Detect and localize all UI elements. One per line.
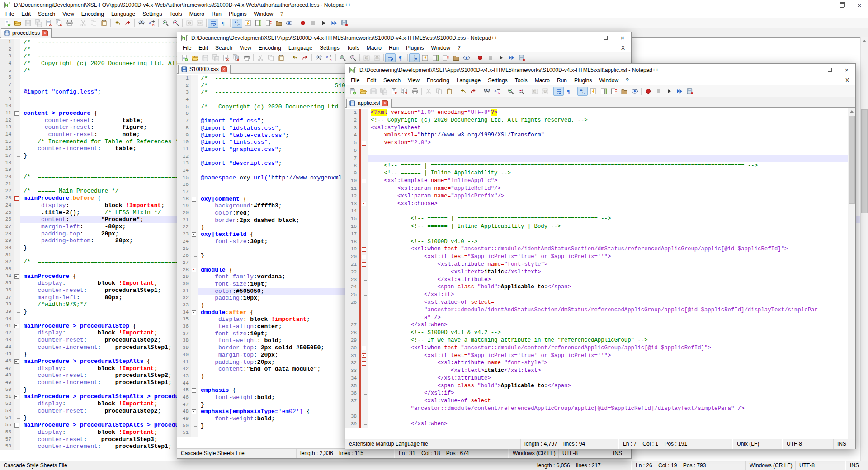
new-file-icon[interactable] — [2, 19, 12, 28]
titlebar[interactable]: D:\Docuneering\Development\XSLT\Apps\S10… — [177, 32, 631, 43]
find-icon[interactable] — [136, 19, 146, 28]
word-wrap-icon[interactable] — [553, 87, 564, 96]
menu-item-macro[interactable]: Macro — [531, 76, 553, 85]
code-editor-applic-xsl[interactable]: 1<?xml version="1.0" encoding="UTF-8"?>2… — [345, 108, 855, 439]
tab-close-icon[interactable]: × — [382, 100, 388, 106]
menu-item-edit[interactable]: Edit — [195, 44, 212, 52]
menu-item-settings[interactable]: Settings — [484, 76, 511, 85]
new-file-icon[interactable] — [179, 53, 189, 62]
macro-play-icon[interactable] — [495, 53, 506, 62]
fold-collapse-icon[interactable] — [361, 359, 368, 367]
macro-save-icon[interactable] — [684, 87, 695, 96]
macro-record-icon[interactable] — [475, 53, 485, 62]
document-list-icon[interactable] — [440, 53, 451, 62]
menu-item-tools[interactable]: Tools — [166, 10, 186, 18]
menu-item-file[interactable]: File — [347, 76, 363, 85]
close-button[interactable]: × — [838, 64, 855, 76]
macro-play-icon[interactable] — [664, 87, 674, 96]
editor-vertical-scrollbar[interactable] — [848, 108, 855, 439]
menu-item-help[interactable]: ? — [454, 44, 464, 52]
zoom-in-icon[interactable] — [160, 19, 170, 28]
menu-item-view[interactable]: View — [59, 10, 78, 18]
fold-collapse-icon[interactable] — [14, 393, 20, 400]
scroll-up-arrow[interactable] — [850, 110, 854, 113]
document-map-icon[interactable] — [430, 53, 440, 62]
menu-item-window[interactable]: Window — [427, 44, 454, 52]
scrollbar-thumb[interactable] — [861, 109, 868, 213]
menu-item-file[interactable]: File — [2, 10, 18, 18]
menu-item-encoding[interactable]: Encoding — [78, 10, 108, 18]
document-close-icon[interactable]: X — [841, 77, 854, 84]
menu-item-view[interactable]: View — [404, 76, 423, 85]
replace-icon[interactable]: ab — [324, 53, 334, 62]
undo-icon[interactable] — [289, 53, 300, 62]
fold-collapse-icon[interactable] — [14, 323, 20, 330]
menu-item-language[interactable]: Language — [453, 76, 484, 85]
menu-item-window[interactable]: Window — [595, 76, 622, 85]
macro-record-icon[interactable] — [297, 19, 308, 28]
menu-item-settings[interactable]: Settings — [316, 44, 343, 52]
fold-collapse-icon[interactable] — [361, 261, 368, 268]
indent-guide-icon[interactable] — [409, 53, 420, 62]
open-file-icon[interactable] — [12, 19, 23, 28]
close-icon[interactable] — [389, 87, 399, 96]
menu-item-search[interactable]: Search — [380, 76, 404, 85]
view-eye-icon[interactable] — [284, 19, 294, 28]
tab-close-icon[interactable]: × — [42, 30, 48, 36]
paste-icon[interactable] — [276, 53, 286, 62]
menu-item-language[interactable]: Language — [285, 44, 316, 52]
folder-as-workspace-icon[interactable] — [619, 87, 629, 96]
fold-collapse-icon[interactable] — [14, 358, 20, 365]
macro-record-icon[interactable] — [643, 87, 653, 96]
document-close-icon[interactable]: X — [617, 45, 629, 51]
paste-icon[interactable] — [444, 87, 454, 96]
menu-item-help[interactable]: ? — [622, 76, 632, 85]
fold-collapse-icon[interactable] — [191, 408, 198, 415]
view-eye-icon[interactable] — [461, 53, 472, 62]
print-icon[interactable] — [241, 53, 252, 62]
fold-collapse-icon[interactable] — [361, 352, 368, 360]
find-icon[interactable] — [313, 53, 324, 62]
undo-icon[interactable] — [112, 19, 123, 28]
fold-collapse-icon[interactable] — [14, 422, 20, 429]
menu-item-plugins[interactable]: Plugins — [571, 76, 595, 85]
scroll-up-arrow[interactable] — [861, 37, 868, 45]
word-wrap-icon[interactable] — [385, 53, 396, 62]
open-file-icon[interactable] — [189, 53, 200, 62]
minimize-button[interactable] — [816, 0, 834, 10]
menu-item-search[interactable]: Search — [212, 44, 236, 52]
undo-icon[interactable] — [458, 87, 468, 96]
fold-collapse-icon[interactable] — [361, 245, 368, 253]
tab-applic-xsl[interactable]: applic.xsl × — [346, 99, 392, 108]
zoom-in-icon[interactable] — [337, 53, 348, 62]
tab-s1000d-css[interactable]: S1000D.css × — [178, 65, 231, 74]
fold-collapse-icon[interactable] — [14, 195, 20, 202]
fold-collapse-icon[interactable] — [191, 267, 198, 274]
menu-item-edit[interactable]: Edit — [18, 10, 34, 18]
replace-icon[interactable]: ab — [146, 19, 157, 28]
indent-guide-icon[interactable] — [577, 87, 588, 96]
menu-item-edit[interactable]: Edit — [363, 76, 380, 85]
close-all-icon[interactable] — [54, 19, 64, 28]
fold-collapse-icon[interactable] — [361, 253, 368, 261]
document-map-icon[interactable] — [598, 87, 609, 96]
menu-item-encoding[interactable]: Encoding — [423, 76, 453, 85]
open-file-icon[interactable] — [358, 87, 368, 96]
document-list-icon[interactable] — [263, 19, 274, 28]
replace-icon[interactable]: ab — [492, 87, 502, 96]
tab-proced-less[interactable]: proced.less × — [1, 28, 52, 38]
maximize-button[interactable] — [597, 32, 614, 43]
show-all-characters-icon[interactable]: ¶ — [564, 87, 574, 96]
indent-guide-icon[interactable] — [232, 19, 242, 28]
menu-item-run[interactable]: Run — [385, 44, 402, 52]
menu-item-plugins[interactable]: Plugins — [402, 44, 427, 52]
function-list-icon[interactable] — [242, 19, 253, 28]
menu-item-search[interactable]: Search — [34, 10, 59, 18]
fold-collapse-icon[interactable] — [361, 344, 368, 352]
view-eye-icon[interactable] — [629, 87, 640, 96]
zoom-out-icon[interactable] — [348, 53, 358, 62]
main-vertical-scrollbar[interactable] — [860, 37, 868, 461]
scrollbar-thumb[interactable] — [849, 116, 855, 204]
show-all-characters-icon[interactable]: ¶ — [396, 53, 406, 62]
redo-icon[interactable] — [468, 87, 478, 96]
